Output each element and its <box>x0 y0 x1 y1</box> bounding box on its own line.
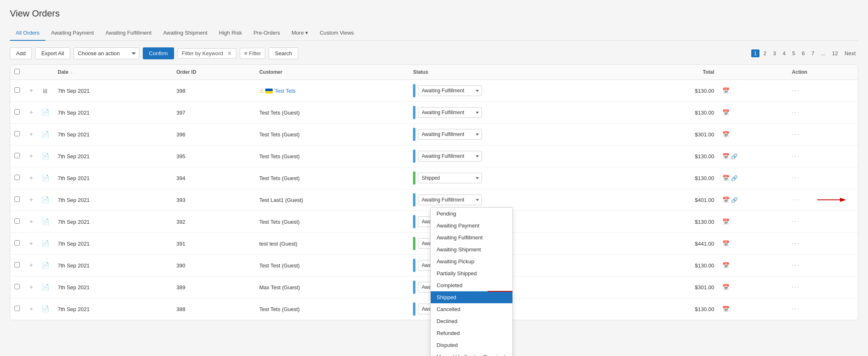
link-icon[interactable]: 🔗 <box>731 153 738 159</box>
link-icon[interactable]: 🔗 <box>731 175 738 181</box>
row-checkbox-cell[interactable] <box>10 80 25 102</box>
action-dots[interactable]: ··· <box>792 87 800 94</box>
link-icon[interactable]: 🔗 <box>731 197 738 203</box>
row-checkbox-cell[interactable] <box>10 102 25 124</box>
status-cell[interactable]: Awaiting Fulfillment <box>409 124 637 145</box>
dropdown-item-refunded[interactable]: Refunded <box>431 327 512 339</box>
tab-awaiting-shipment[interactable]: Awaiting Shipment <box>157 26 213 41</box>
status-col-header[interactable]: Status <box>409 65 637 80</box>
status-cell[interactable]: Awaiting Fulfillment Pending Awaiting Pa… <box>409 189 637 211</box>
action-cell[interactable]: ··· <box>788 80 858 102</box>
confirm-button[interactable]: Confirm <box>143 47 174 59</box>
status-select[interactable]: Shipped <box>418 173 482 183</box>
row-checkbox-cell[interactable] <box>10 255 25 276</box>
status-dropdown-overlay[interactable]: Pending Awaiting Payment Awaiting Fulfil… <box>430 207 513 356</box>
dropdown-item-manual-verification[interactable]: Manual Verification Required <box>431 351 512 356</box>
status-select[interactable]: Awaiting Fulfillment <box>418 194 482 205</box>
expand-cell[interactable]: + <box>25 233 38 255</box>
tab-awaiting-payment[interactable]: Awaiting Payment <box>45 26 100 41</box>
row-checkbox[interactable] <box>14 240 20 246</box>
row-checkbox[interactable] <box>14 197 20 202</box>
expand-cell[interactable]: + <box>25 255 38 276</box>
page-4[interactable]: 4 <box>780 49 788 57</box>
status-select[interactable]: Awaiting Fulfillment <box>418 151 482 162</box>
dropdown-item-awaiting-shipment[interactable]: Awaiting Shipment <box>431 244 512 255</box>
expand-cell[interactable]: + <box>25 211 38 233</box>
calendar-icon[interactable]: 📅 <box>722 109 729 116</box>
customer-link[interactable]: Test Tets <box>274 88 295 94</box>
date-col-header[interactable]: Date ↓ <box>54 65 172 80</box>
dropdown-item-partially-shipped[interactable]: Partially Shipped <box>431 267 512 279</box>
action-dots[interactable]: ··· <box>792 196 800 203</box>
export-all-button[interactable]: Export All <box>35 47 70 59</box>
expand-cell[interactable]: + <box>25 167 38 189</box>
calendar-icon[interactable]: 📅 <box>722 87 729 94</box>
row-checkbox[interactable] <box>14 262 20 267</box>
calendar-icon[interactable]: 📅 <box>722 131 729 138</box>
action-dots[interactable]: ··· <box>792 174 800 181</box>
action-dots[interactable]: ··· <box>792 262 800 269</box>
action-dots[interactable]: ··· <box>792 152 800 159</box>
calendar-icon[interactable]: 📅 <box>722 284 729 290</box>
row-checkbox[interactable] <box>14 306 20 311</box>
search-button[interactable]: Search <box>269 47 298 59</box>
calendar-icon[interactable]: 📅 <box>722 306 729 312</box>
status-cell[interactable]: Awaiting Fulfillment <box>409 102 637 124</box>
calendar-icon[interactable]: 📅 <box>722 197 729 203</box>
action-cell[interactable]: ··· <box>788 255 858 276</box>
dropdown-item-completed[interactable]: Completed <box>431 279 512 291</box>
row-checkbox-cell[interactable] <box>10 189 25 211</box>
add-button[interactable]: Add <box>10 47 32 59</box>
filter-clear-icon[interactable]: ✕ <box>227 50 232 56</box>
row-checkbox-cell[interactable] <box>10 298 25 320</box>
action-dots[interactable]: ··· <box>792 305 800 312</box>
dropdown-item-disputed[interactable]: Disputed <box>431 339 512 351</box>
select-all-header[interactable] <box>10 65 25 80</box>
status-cell[interactable]: Awaiting Fulfillment <box>409 145 637 167</box>
tab-pre-orders[interactable]: Pre-Orders <box>248 26 285 41</box>
calendar-icon[interactable]: 📅 <box>722 218 729 225</box>
action-cell[interactable]: ··· <box>788 102 858 124</box>
tab-high-risk[interactable]: High Risk <box>213 26 248 41</box>
row-checkbox[interactable] <box>14 109 20 115</box>
row-checkbox[interactable] <box>14 153 20 158</box>
row-checkbox-cell[interactable] <box>10 167 25 189</box>
row-checkbox[interactable] <box>14 131 20 136</box>
row-checkbox[interactable] <box>14 218 20 224</box>
action-cell[interactable]: ··· <box>788 124 858 145</box>
expand-cell[interactable]: + <box>25 298 38 320</box>
total-col-header[interactable]: Total <box>637 65 718 80</box>
status-cell[interactable]: Shipped <box>409 167 637 189</box>
page-1[interactable]: 1 <box>751 49 759 57</box>
tab-awaiting-fulfillment[interactable]: Awaiting Fulfillment <box>100 26 158 41</box>
calendar-icon[interactable]: 📅 <box>722 240 729 247</box>
dropdown-item-cancelled[interactable]: Cancelled <box>431 303 512 315</box>
row-checkbox[interactable] <box>14 284 20 289</box>
row-checkbox[interactable] <box>14 175 20 180</box>
row-checkbox-cell[interactable] <box>10 233 25 255</box>
page-12[interactable]: 12 <box>830 49 840 57</box>
dropdown-item-shipped[interactable]: Shipped <box>431 291 512 303</box>
page-7[interactable]: 7 <box>809 49 817 57</box>
tab-more[interactable]: More ▾ <box>286 26 314 41</box>
action-dots[interactable]: ··· <box>792 218 800 225</box>
action-cell[interactable]: ··· <box>788 167 858 189</box>
dropdown-item-awaiting-fulfillment[interactable]: Awaiting Fulfillment <box>431 232 512 244</box>
action-cell[interactable]: ··· <box>788 298 858 320</box>
expand-cell[interactable]: + <box>25 276 38 298</box>
dropdown-item-pending[interactable]: Pending <box>431 208 512 220</box>
page-next[interactable]: Next <box>842 49 858 57</box>
expand-cell[interactable]: + <box>25 189 38 211</box>
action-cell[interactable]: ··· <box>788 233 858 255</box>
status-select[interactable]: Awaiting Fulfillment <box>418 129 482 140</box>
select-all-checkbox[interactable] <box>14 69 20 74</box>
row-checkbox-cell[interactable] <box>10 276 25 298</box>
status-cell[interactable]: Awaiting Fulfillment <box>409 80 637 102</box>
action-select[interactable]: Choose an action <box>73 47 139 59</box>
expand-cell[interactable]: + <box>25 145 38 167</box>
action-cell[interactable]: ··· <box>788 145 858 167</box>
page-3[interactable]: 3 <box>771 49 778 57</box>
action-cell[interactable]: ··· <box>788 189 858 211</box>
dropdown-item-declined[interactable]: Declined <box>431 315 512 327</box>
row-checkbox-cell[interactable] <box>10 211 25 233</box>
